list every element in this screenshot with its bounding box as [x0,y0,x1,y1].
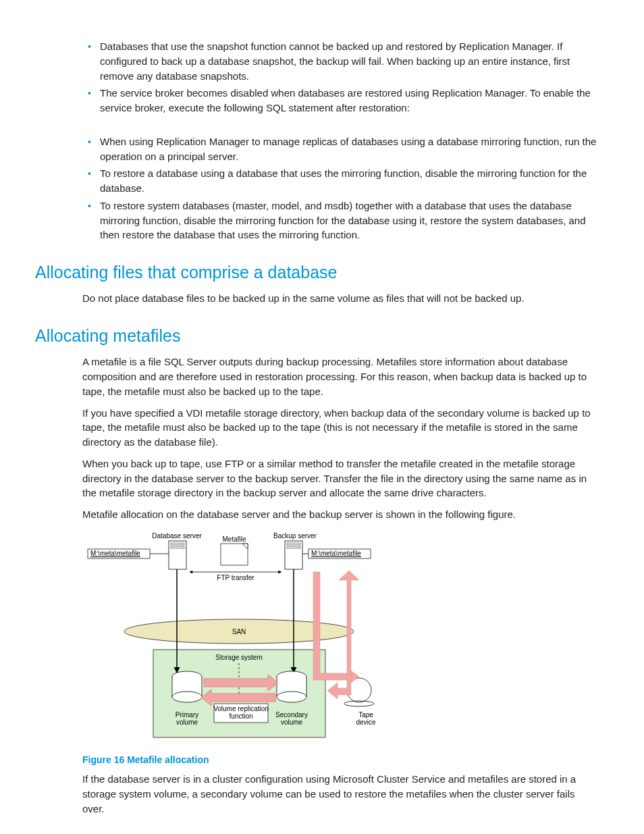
label-san: SAN [232,628,246,635]
list-item: Databases that use the snapshot function… [88,39,598,83]
label-path-left: M:\meta\metafile [90,550,140,557]
svg-point-21 [172,692,202,702]
svg-rect-3 [171,543,184,545]
label-storage: Storage system [215,654,262,661]
label-primary: Primaryvolume [176,711,198,726]
svg-rect-9 [287,546,300,548]
svg-rect-2 [169,541,186,569]
svg-rect-4 [171,546,184,548]
bulleted-list-1: Databases that use the snapshot function… [35,39,598,115]
figure-caption: Figure 16 Metafile allocation [82,753,598,766]
label-ftp: FTP transfer [217,574,254,581]
label-metafile: Metafile [222,536,246,543]
heading-allocating-files: Allocating files that comprise a databas… [35,260,598,284]
list-item: When using Replication Manager to manage… [88,134,598,164]
paragraph: A metafile is a file SQL Server outputs … [82,355,598,398]
svg-rect-12 [221,544,248,565]
paragraph: If the database server is in a cluster c… [82,772,598,816]
paragraph: Metafile allocation on the database serv… [82,507,598,522]
label-db-server: Database server [152,532,202,540]
paragraph: If you have specified a VDI metafile sto… [82,406,598,450]
figure-metafile-allocation: Storage system SAN Database server M:\me… [82,531,598,748]
label-backup-server: Backup server [273,532,317,540]
list-item: To restore system databases (master, mod… [88,199,598,242]
list-item: The service broker becomes disabled when… [88,86,598,115]
svg-rect-7 [285,541,302,569]
svg-rect-8 [287,543,300,545]
list-item: To restore a database using a database t… [88,166,598,196]
label-path-right: M:\meta\metafile [311,550,361,557]
paragraph: Do not place database files to be backed… [82,291,598,306]
svg-point-26 [277,692,306,702]
bulleted-list-2: When using Replication Manager to manage… [35,134,598,242]
paragraph: When you back up to tape, use FTP or a s… [82,457,598,500]
label-tape: Tapedevice [356,711,376,726]
heading-allocating-metafiles: Allocating metafiles [35,323,598,348]
